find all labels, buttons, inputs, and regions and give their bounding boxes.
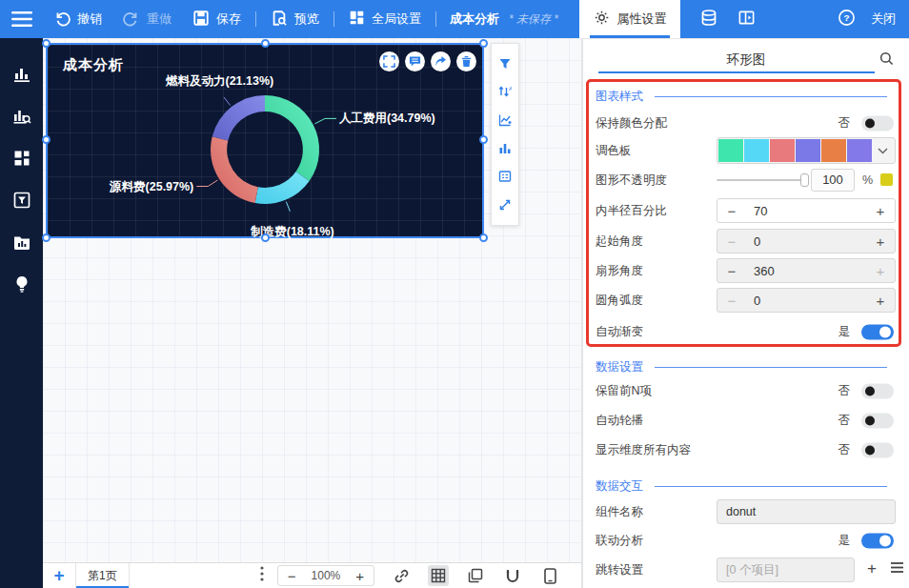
toolbar-separator: [333, 11, 334, 27]
opacity-color-swatch[interactable]: [880, 173, 893, 186]
widget-mini-toolbar: A: [491, 43, 519, 226]
sector-angle-label: 扇形角度: [596, 263, 643, 279]
link-icon[interactable]: [391, 565, 412, 586]
sidebar-item-resource-folder[interactable]: [10, 234, 33, 253]
donut-segment[interactable]: [255, 172, 310, 204]
corner-radius-value[interactable]: 0: [754, 294, 760, 308]
auto-gradient-toggle[interactable]: [861, 324, 894, 339]
row-palette: 调色板: [596, 137, 897, 164]
plus-icon[interactable]: +: [874, 293, 887, 309]
resize-handle-s[interactable]: [261, 233, 270, 242]
minus-icon[interactable]: −: [725, 263, 738, 279]
jump-settings-input[interactable]: [717, 558, 855, 582]
auto-carousel-toggle[interactable]: [861, 413, 894, 428]
preview-button[interactable]: 预览: [271, 10, 319, 30]
zoom-in-button[interactable]: +: [355, 568, 364, 584]
sidebar-item-chart-analysis[interactable]: [10, 109, 33, 128]
jump-settings-label: 跳转设置: [596, 562, 643, 578]
widget-share-button[interactable]: [431, 51, 451, 71]
page-tab-1[interactable]: 第1页: [75, 563, 130, 588]
layout-panel-button[interactable]: [737, 9, 756, 30]
resize-handle-w[interactable]: [42, 135, 50, 144]
widget-delete-button[interactable]: [456, 51, 476, 71]
blocks-icon: [12, 149, 31, 172]
opacity-slider[interactable]: [717, 179, 805, 181]
plus-icon[interactable]: +: [874, 203, 887, 219]
help-button[interactable]: ?: [838, 9, 856, 30]
undo-button[interactable]: 撤销: [53, 10, 102, 30]
duplicate-icon[interactable]: [465, 565, 486, 586]
opacity-value[interactable]: 100: [811, 169, 855, 192]
minus-icon: −: [725, 293, 738, 309]
zoom-value: 100%: [312, 569, 341, 582]
global-settings-button[interactable]: 全局设置: [349, 10, 421, 29]
search-icon[interactable]: [879, 51, 894, 69]
sector-angle-stepper: − 360 +: [717, 258, 896, 283]
jump-menu-button[interactable]: [890, 561, 904, 577]
design-canvas[interactable]: 成本分析 人工费用(34.79%)制造费(18.11%)源料费(25.97%)燃…: [43, 38, 581, 562]
sidebar-item-components[interactable]: [10, 151, 33, 170]
redo-button[interactable]: 重做: [123, 10, 172, 30]
minus-icon[interactable]: −: [725, 203, 738, 219]
keep-color-toggle[interactable]: [861, 115, 894, 131]
zoom-out-button[interactable]: −: [288, 568, 296, 584]
grid-toggle-icon[interactable]: [428, 565, 449, 586]
data-source-button[interactable]: [699, 9, 718, 30]
redo-icon: [123, 10, 140, 30]
menu-icon[interactable]: [0, 0, 43, 38]
section-chart-style: 图表样式: [596, 88, 893, 105]
row-auto-carousel: 自动轮播 否: [596, 408, 897, 433]
jump-add-button[interactable]: +: [867, 559, 877, 578]
show-all-dims-toggle[interactable]: [861, 442, 894, 457]
plus-icon[interactable]: +: [874, 233, 887, 250]
top-n-toggle[interactable]: [861, 383, 894, 398]
top-n-value: 否: [838, 383, 851, 399]
resize-handle-nw[interactable]: [42, 39, 50, 48]
filter-icon[interactable]: [496, 55, 514, 72]
tab-properties[interactable]: 属性设置: [579, 0, 680, 38]
resize-handle-sw[interactable]: [42, 233, 50, 242]
sort-icon[interactable]: A: [496, 83, 514, 100]
donut-segment[interactable]: [212, 95, 265, 140]
top-toolbar: 撤销 重做 保存 预览: [0, 0, 909, 38]
chevron-down-icon: [878, 144, 888, 157]
resize-handle-se[interactable]: [479, 233, 488, 242]
widget-comment-button[interactable]: [405, 51, 425, 71]
row-corner-radius: 圆角弧度 − 0 +: [596, 288, 897, 313]
donut-chart-widget[interactable]: 成本分析 人工费用(34.79%)制造费(18.11%)源料费(25.97%)燃…: [46, 43, 484, 238]
close-button[interactable]: 关闭: [871, 10, 896, 28]
inner-radius-value[interactable]: 70: [754, 204, 767, 218]
panel-title-row: 环形图: [583, 49, 909, 71]
resize-handle-e[interactable]: [479, 135, 488, 144]
card-view-icon[interactable]: [496, 168, 514, 185]
component-name-input[interactable]: [717, 499, 896, 524]
sector-angle-value[interactable]: 360: [754, 264, 775, 278]
chart-config-icon[interactable]: [496, 112, 514, 129]
sidebar-item-chart-library[interactable]: [10, 67, 33, 86]
donut-segment[interactable]: [211, 136, 258, 203]
section-chart-style-title: 图表样式: [596, 89, 643, 105]
sidebar-item-report-filter[interactable]: [10, 193, 33, 212]
palette-label: 调色板: [596, 143, 632, 159]
resize-handle-n[interactable]: [261, 39, 270, 48]
mobile-preview-icon[interactable]: [539, 565, 560, 586]
magnet-icon[interactable]: [502, 565, 523, 586]
sidebar-item-smart-insight[interactable]: [10, 276, 33, 295]
palette-select[interactable]: [717, 137, 896, 164]
start-angle-value[interactable]: 0: [754, 234, 760, 249]
donut-label-line: [286, 202, 290, 212]
donut-segment[interactable]: [265, 95, 319, 181]
add-page-button[interactable]: +: [43, 564, 75, 587]
save-button[interactable]: 保存: [192, 10, 241, 30]
resize-handle-ne[interactable]: [479, 39, 488, 48]
opacity-slider-handle[interactable]: [800, 173, 809, 187]
resize-diagonal-icon[interactable]: [496, 196, 514, 213]
left-sidebar: [0, 38, 43, 588]
palette-color: [744, 139, 769, 162]
widget-fullscreen-button[interactable]: [379, 51, 399, 71]
linkage-toggle[interactable]: [861, 533, 894, 548]
bar-chart-mini-icon[interactable]: [496, 140, 514, 157]
row-jump-settings: 跳转设置 +: [596, 558, 897, 582]
toolbar-separator: [255, 11, 256, 27]
page-menu-icon[interactable]: [260, 566, 264, 585]
